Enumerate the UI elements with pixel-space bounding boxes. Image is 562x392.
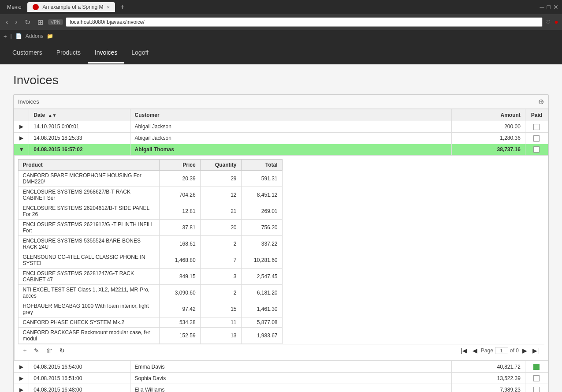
new-tab-button[interactable]: + xyxy=(118,3,127,11)
sub-cell-quantity: 12 xyxy=(200,187,241,203)
sub-page-input[interactable] xyxy=(495,347,508,354)
cell-customer: Abigail Thomas xyxy=(130,144,452,155)
expanded-detail-row: Product Price Quantity Total CANFORD SPA… xyxy=(14,155,548,361)
overview-button[interactable]: ⊞ xyxy=(35,17,45,27)
col-customer[interactable]: Customer xyxy=(130,109,452,121)
expand-cell[interactable]: ▼ xyxy=(14,144,29,155)
cell-customer: Ella Williams xyxy=(130,384,452,392)
reload-button[interactable]: ↻ xyxy=(22,17,33,27)
cell-paid[interactable] xyxy=(525,144,548,155)
sub-cell-quantity: 20 xyxy=(200,220,241,236)
address-bar[interactable] xyxy=(66,17,543,27)
sub-cell-total: 5,877.08 xyxy=(241,317,282,328)
expand-cell[interactable]: ▶ xyxy=(14,361,29,373)
sub-table-container: Product Price Quantity Total CANFORD SPA… xyxy=(14,155,548,361)
sub-table: Product Price Quantity Total CANFORD SPA… xyxy=(18,159,283,344)
expand-cell[interactable]: ▶ xyxy=(14,373,29,384)
sub-cell-total: 591.31 xyxy=(241,171,282,187)
nav-logoff[interactable]: Logoff xyxy=(124,43,156,63)
cell-amount: 7,989.23 xyxy=(452,384,525,392)
expand-cell[interactable]: ▶ xyxy=(14,121,29,133)
paid-checkbox[interactable] xyxy=(533,124,540,130)
sub-cell-product: GLENSOUND CC-4TEL CALL CLASSIC PHONE IN … xyxy=(18,252,159,269)
browser-menu[interactable]: Меню xyxy=(4,4,25,10)
addons-button[interactable]: Addons xyxy=(26,33,44,39)
cell-paid[interactable] xyxy=(525,373,548,384)
col-date[interactable]: Date ▲▼ xyxy=(29,109,130,121)
sub-table-row: NTI EXCEL TEST SET Class 1, XL2, M2211, … xyxy=(18,285,282,301)
tab-close-button[interactable]: × xyxy=(107,4,110,10)
bookmark-icon[interactable]: ♡ xyxy=(545,19,551,26)
bookmark-file-icon[interactable]: 📄 xyxy=(15,33,22,39)
cell-paid[interactable] xyxy=(525,361,548,373)
sub-cell-quantity: 11 xyxy=(200,317,241,328)
sub-cell-price: 849.15 xyxy=(159,269,200,285)
nav-customers[interactable]: Customers xyxy=(5,43,49,63)
cell-date: 04.08.2015 16:57:02 xyxy=(29,144,130,155)
expand-cell[interactable]: ▶ xyxy=(14,384,29,392)
table-row: ▶ 04.08.2015 16:54:00 Emma Davis 40,821.… xyxy=(14,361,548,373)
new-tab-icon[interactable]: + xyxy=(4,33,7,40)
sub-cell-price: 97.42 xyxy=(159,301,200,317)
sub-cell-price: 3,090.60 xyxy=(159,285,200,301)
page-content: Invoices Invoices ⊕ Date ▲▼ Customer Amo… xyxy=(0,64,562,392)
cell-date: 04.08.2015 16:48:00 xyxy=(29,384,130,392)
nav-products[interactable]: Products xyxy=(49,43,88,63)
col-paid[interactable]: Paid xyxy=(525,109,548,121)
sub-col-total: Total xyxy=(241,160,282,171)
profile-icon[interactable]: ● xyxy=(554,18,558,26)
sub-cell-quantity: 7 xyxy=(200,252,241,269)
cell-customer: Sophia Davis xyxy=(130,373,452,384)
cell-amount: 40,821.72 xyxy=(452,361,525,373)
col-amount[interactable]: Amount xyxy=(452,109,525,121)
cell-paid[interactable] xyxy=(525,121,548,133)
sub-table-row: ENCLOSURE SYSTEMS 26204612/B-T SIDE PANE… xyxy=(18,203,282,220)
paid-checkbox[interactable] xyxy=(533,387,540,392)
sub-delete-button[interactable]: 🗑 xyxy=(45,346,54,355)
expand-cell[interactable]: ▶ xyxy=(14,132,29,144)
sub-last-button[interactable]: ▶| xyxy=(531,346,541,355)
sub-cell-price: 1,468.80 xyxy=(159,252,200,269)
panel-add-icon[interactable]: ⊕ xyxy=(538,97,544,106)
paid-checkbox[interactable] xyxy=(533,375,540,381)
minimize-button[interactable]: ─ xyxy=(540,4,544,11)
table-row: ▶ 04.08.2015 16:48:00 Ella Williams 7,98… xyxy=(14,384,548,392)
paid-checkbox[interactable] xyxy=(533,364,540,370)
bookmarks-bar: + | 📄 Addons 📁 xyxy=(0,30,562,42)
browser-tab[interactable]: An example of a Spring M × xyxy=(27,2,115,12)
sub-cell-product: ENCLOSURE SYSTEMS 5355524 BARE-BONES RAC… xyxy=(18,236,159,252)
cell-amount: 1,280.36 xyxy=(452,132,525,144)
sub-cell-total: 10,281.60 xyxy=(241,252,282,269)
close-window-button[interactable]: ✕ xyxy=(553,4,558,11)
sub-table-row: GLENSOUND CC-4TEL CALL CLASSIC PHONE IN … xyxy=(18,252,282,269)
paid-checkbox[interactable] xyxy=(533,146,540,153)
sub-prev-button[interactable]: ◀ xyxy=(471,346,479,355)
sub-cell-price: 20.39 xyxy=(159,171,200,187)
cell-amount: 200.00 xyxy=(452,121,525,133)
sub-cell-total: 2,547.45 xyxy=(241,269,282,285)
sub-refresh-button[interactable]: ↻ xyxy=(58,346,67,355)
back-button[interactable]: ‹ xyxy=(4,17,10,27)
sub-cell-product: HOFBAUER MEGABAG 1000 With foam interior… xyxy=(18,301,159,317)
paid-checkbox[interactable] xyxy=(533,135,540,142)
sub-cell-product: ENCLOSURE SYSTEMS 2968627/B-T RACK CABIN… xyxy=(18,187,159,203)
sub-table-row: ENCLOSURE SYSTEMS 2621912/G -T PLINTH IN… xyxy=(18,220,282,236)
table-scroll-container: Date ▲▼ Customer Amount Paid ▶ 14.10.201… xyxy=(14,109,548,392)
cell-paid[interactable] xyxy=(525,384,548,392)
maximize-button[interactable]: □ xyxy=(547,4,551,11)
sub-add-button[interactable]: + xyxy=(22,346,29,355)
sub-of-label: of 0 xyxy=(510,347,519,354)
sub-next-button[interactable]: ▶ xyxy=(521,346,529,355)
cell-amount: 38,737.16 xyxy=(452,144,525,155)
sub-cell-quantity: 13 xyxy=(200,328,241,344)
cell-date: 04.08.2015 16:51:00 xyxy=(29,373,130,384)
folder-icon[interactable]: 📁 xyxy=(47,33,53,39)
col-expand xyxy=(14,109,29,121)
forward-button[interactable]: › xyxy=(13,17,19,27)
app-navigation: Customers Products Invoices Logoff xyxy=(0,42,562,64)
nav-invoices[interactable]: Invoices xyxy=(88,43,124,63)
sub-edit-button[interactable]: ✎ xyxy=(32,346,41,355)
invoices-panel: Invoices ⊕ Date ▲▼ Customer Amount Paid xyxy=(13,94,549,392)
sub-first-button[interactable]: |◀ xyxy=(459,346,469,355)
cell-paid[interactable] xyxy=(525,132,548,144)
